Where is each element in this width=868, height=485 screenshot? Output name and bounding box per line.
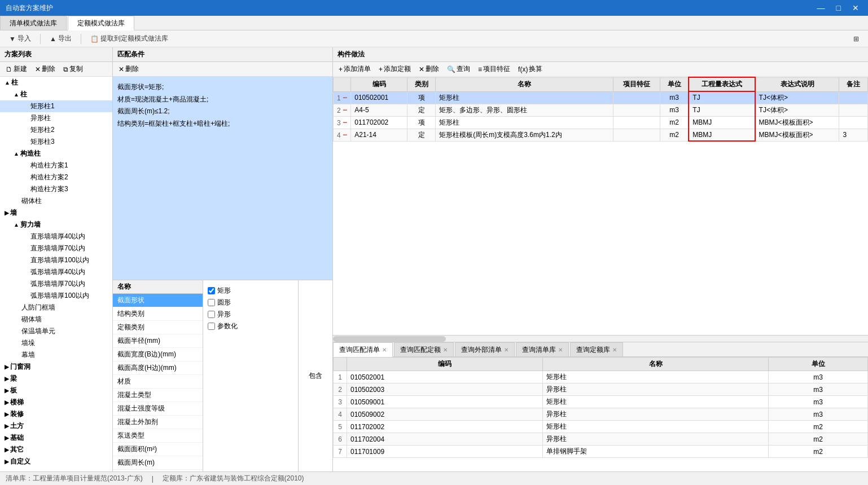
checkbox-item[interactable]: 异形 [208, 308, 293, 320]
import-button[interactable]: ▼ 导入 [5, 33, 36, 45]
bottom-content[interactable]: 编码 名称 单位 1 010502001 矩形柱 m3 2 010502003 … [333, 357, 868, 471]
tree-item[interactable]: ▶基础 [0, 432, 112, 444]
bottom-tab-close-4[interactable]: ✕ [612, 347, 617, 353]
tree-item[interactable]: ▲柱 [0, 77, 112, 89]
grid-icon-button[interactable]: ⊞ [849, 34, 863, 44]
minus-button[interactable]: − [343, 130, 347, 139]
extract-button[interactable]: 📋 提取到定额模式做法库 [86, 33, 173, 45]
tree-item[interactable]: ▶梁 [0, 373, 112, 385]
tree-item[interactable]: 直形墙墙厚40以内 [0, 231, 112, 242]
table-row[interactable]: 6 011702004 异形柱 m2 [334, 433, 868, 446]
attr-item[interactable]: 定额类别 [113, 321, 203, 334]
minus-button[interactable]: − [343, 118, 347, 127]
tree-item[interactable]: 构造柱方案3 [0, 183, 112, 195]
table-row[interactable]: 3 010509001 矩形柱 m3 [334, 396, 868, 408]
table-row[interactable]: 1 − 010502001 项 矩形柱 m3 TJ TJ<体积> [334, 91, 868, 104]
attr-item[interactable]: 截面高度(H边)(mm) [113, 361, 203, 375]
tree-item[interactable]: 矩形柱3 [0, 136, 112, 148]
tree-item[interactable]: 构造柱方案2 [0, 171, 112, 183]
tree-item[interactable]: 砌体柱 [0, 195, 112, 207]
maximize-button[interactable]: □ [833, 2, 844, 14]
attr-item[interactable]: 截面形状 [113, 294, 203, 307]
h-scrollbar[interactable] [333, 335, 868, 342]
attr-item[interactable]: 混凝土强度等级 [113, 402, 203, 416]
project-feature-button[interactable]: ≡ 项目特征 [475, 63, 514, 75]
tree-item[interactable]: ▶墙 [0, 207, 112, 219]
tree-item[interactable]: ▲柱 [0, 89, 112, 100]
tree-item[interactable]: 幕墙 [0, 349, 112, 361]
bottom-tab-item-lib[interactable]: 查询清单库 ✕ [516, 342, 569, 356]
query-button[interactable]: 🔍 查询 [444, 63, 474, 75]
copy-button[interactable]: ⧉ 复制 [60, 63, 86, 75]
attr-item[interactable]: 结构类别 [113, 307, 203, 321]
tree-item[interactable]: ▶装修 [0, 408, 112, 420]
tree-item[interactable]: ▶板 [0, 385, 112, 396]
export-button[interactable]: ▲ 导出 [45, 33, 76, 45]
tree-item[interactable]: 矩形柱2 [0, 124, 112, 136]
right-delete-button[interactable]: ✕ 删除 [415, 63, 442, 75]
table-row[interactable]: 7 011701009 单排钢脚手架 m2 [334, 446, 868, 458]
table-row[interactable]: 4 010509002 异形柱 m3 [334, 408, 868, 421]
tree-item[interactable]: 墙垛 [0, 337, 112, 349]
attr-item[interactable]: 泵送类型 [113, 429, 203, 443]
tab-list-mode[interactable]: 清单模式做法库 [0, 16, 67, 30]
tree-item[interactable]: ▶楼梯 [0, 396, 112, 408]
table-row[interactable]: 1 010502001 矩形柱 m3 [334, 371, 868, 383]
checkbox-item[interactable]: 矩形 [208, 285, 293, 297]
tree-item[interactable]: 异形柱 [0, 112, 112, 124]
minimize-button[interactable]: — [814, 2, 828, 14]
close-button[interactable]: ✕ [849, 2, 862, 14]
attr-item[interactable]: 混凝土外加剂 [113, 416, 203, 429]
attr-item[interactable]: 截面面积(m²) [113, 443, 203, 456]
checkbox-input[interactable] [208, 323, 215, 330]
table-row[interactable]: 3 − 011702002 项 矩形柱 m2 MBMJ MBMJ<模板面积> [334, 116, 868, 129]
checkbox-input[interactable] [208, 287, 215, 294]
bottom-tab-match-quota[interactable]: 查询匹配定额 ✕ [394, 342, 454, 356]
right-table-container[interactable]: 编码 类别 名称 项目特征 单位 工程量表达式 表达式说明 备注 1 − 010… [333, 77, 868, 335]
tree-item[interactable]: ▶其它 [0, 444, 112, 456]
table-row[interactable]: 5 011702002 矩形柱 m2 [334, 421, 868, 433]
tree-item[interactable]: ▶土方 [0, 420, 112, 432]
attr-item[interactable]: 混凝土类型 [113, 389, 203, 402]
tree-item[interactable]: 直形墙墙厚100以内 [0, 254, 112, 266]
bottom-tab-quota-lib[interactable]: 查询定额库 ✕ [570, 342, 623, 356]
add-quota-button[interactable]: + 添加定额 [375, 63, 414, 75]
tree-item[interactable]: 直形墙墙厚70以内 [0, 242, 112, 254]
tree-item[interactable]: ▲剪力墙 [0, 219, 112, 231]
tree-item[interactable]: 弧形墙墙厚70以内 [0, 278, 112, 290]
minus-button[interactable]: − [343, 105, 347, 114]
bottom-tab-close-2[interactable]: ✕ [504, 347, 508, 353]
bottom-tab-close-3[interactable]: ✕ [558, 347, 563, 353]
add-item-button[interactable]: + 添加清单 [335, 63, 374, 75]
tree-item[interactable]: 构造柱方案1 [0, 160, 112, 171]
attr-item[interactable]: 截面半径(mm) [113, 334, 203, 348]
bottom-tab-external-item[interactable]: 查询外部清单 ✕ [455, 342, 515, 356]
checkbox-input[interactable] [208, 299, 215, 306]
bottom-tab-close-0[interactable]: ✕ [382, 347, 387, 353]
tree-item[interactable]: 弧形墙墙厚40以内 [0, 266, 112, 278]
table-row[interactable]: 2 010502003 异形柱 m3 [334, 383, 868, 396]
attr-item[interactable]: 截面宽度(B边)(mm) [113, 348, 203, 361]
tree-item[interactable]: 弧形墙墙厚100以内 [0, 290, 112, 302]
attr-item[interactable]: 截面周长(m) [113, 456, 203, 470]
match-delete-button[interactable]: ✕ 删除 [115, 63, 142, 75]
tree-item[interactable]: ▶门窗洞 [0, 361, 112, 373]
tree-item[interactable]: 保温墙单元 [0, 325, 112, 337]
tree-item[interactable]: ▶自定义 [0, 456, 112, 468]
tree-item[interactable]: ▲构造柱 [0, 148, 112, 160]
tree-item[interactable]: 人防门框墙 [0, 302, 112, 314]
new-button[interactable]: 🗋 新建 [2, 63, 30, 75]
table-row[interactable]: 2 − A4-5 定 矩形、多边形、异形、圆形柱 m3 TJ TJ<体积> [334, 104, 868, 116]
bottom-tab-close-1[interactable]: ✕ [443, 347, 448, 353]
checkbox-item[interactable]: 参数化 [208, 320, 293, 332]
tree-item[interactable]: 砌体墙 [0, 314, 112, 325]
delete-button[interactable]: ✕ 删除 [32, 63, 59, 75]
table-row[interactable]: 4 − A21-14 定 矩形柱模板(周长m)支模高度3.6m内1.2内 m2 … [334, 129, 868, 141]
tree-container[interactable]: ▲柱▲柱矩形柱1异形柱矩形柱2矩形柱3▲构造柱构造柱方案1构造柱方案2构造柱方案… [0, 77, 112, 471]
checkbox-item[interactable]: 圆形 [208, 297, 293, 308]
tree-item[interactable]: 矩形柱1 [0, 100, 112, 112]
tab-quota-mode[interactable]: 定额模式做法库 [68, 16, 134, 30]
checkbox-input[interactable] [208, 311, 215, 318]
attr-item[interactable]: 材质 [113, 375, 203, 389]
convert-button[interactable]: f(x) 换算 [515, 63, 546, 75]
